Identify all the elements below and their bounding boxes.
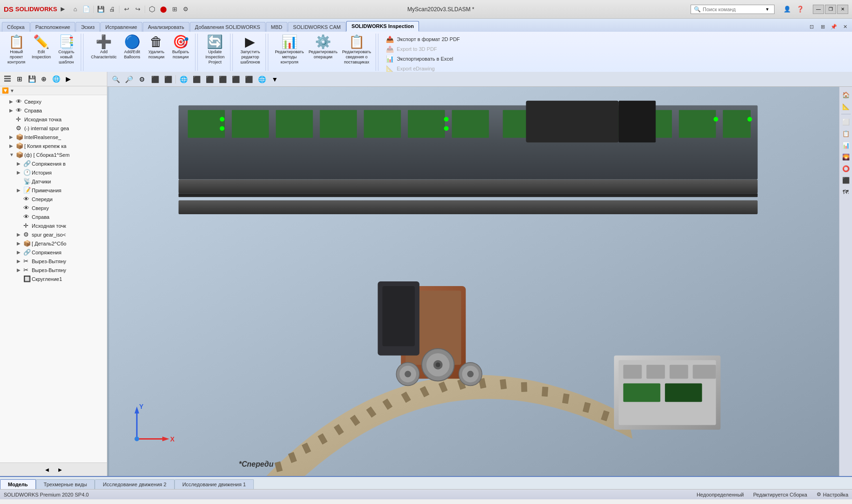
search-box[interactable]: 🔍 ▼ <box>691 5 775 14</box>
expand-icon[interactable]: ▶ <box>9 134 16 140</box>
close-button[interactable]: ✕ <box>837 5 848 14</box>
select-positions-button[interactable]: 🎯 Выбратьпозиции <box>169 34 192 62</box>
export-3d-pdf-button[interactable]: 📤 Export to 3D PDF <box>382 44 440 54</box>
tree-item-spectredi[interactable]: 👁 Спереди <box>0 195 107 203</box>
undo-button[interactable]: ↩ <box>121 4 132 14</box>
help-icon[interactable]: ❓ <box>795 4 805 14</box>
view-top-btn[interactable]: 📋 <box>841 128 851 139</box>
restore-button[interactable]: ❐ <box>825 5 836 14</box>
tab-3d-views[interactable]: Трехмерные виды <box>36 479 95 489</box>
edit-inspection-button[interactable]: ✏️ EditInspection <box>29 34 54 62</box>
save-button[interactable]: 💾 <box>96 4 106 14</box>
tree-item-fillet[interactable]: 🔲 Скругление1 <box>0 274 107 283</box>
search-input[interactable] <box>703 7 763 12</box>
pin-ribbon-icon[interactable]: 📌 <box>829 21 839 32</box>
view-tool-8[interactable]: ⬛ <box>204 74 215 85</box>
edit-operations-button[interactable]: ⚙️ Редактироватьоперации <box>307 34 339 62</box>
user-icon[interactable]: 👤 <box>782 4 792 14</box>
render-btn[interactable]: ⭕ <box>841 163 851 174</box>
tab-cam[interactable]: SOLIDWORKS CAM <box>288 22 346 32</box>
tree-item-spur1[interactable]: ⚙ (-) internal spur gea <box>0 124 107 133</box>
settings-button[interactable]: ⚙ <box>181 4 191 14</box>
expand-icon[interactable]: ▶ <box>17 188 23 193</box>
tree-item-sprava1[interactable]: ▶ 👁 Справа <box>0 106 107 115</box>
display-manager-btn[interactable]: 🌐 <box>50 73 62 84</box>
main-viewport[interactable]: 🔍 🔎 ⚙ ⬛ ⬛ 🌐 ⬛ ⬛ ⬛ ⬛ ⬛ 🌐 ▼ <box>107 72 852 476</box>
tree-item-sensors[interactable]: 📡 Датчики <box>0 177 107 186</box>
config-manager-btn[interactable]: 💾 <box>26 73 37 84</box>
tree-item-intel[interactable]: ▶ 📦 IntelRealsense_ <box>0 133 107 141</box>
tab-inspection[interactable]: SOLIDWORKS Inspection <box>346 21 419 32</box>
tab-mbd[interactable]: MBD <box>266 22 287 32</box>
scroll-left-btn[interactable]: ◀ <box>42 464 53 475</box>
view-tool-4[interactable]: ⬛ <box>149 74 161 85</box>
tree-item-sverhu2[interactable]: 👁 Сверху <box>0 203 107 212</box>
tree-item-spur2[interactable]: ▶ ⚙ spur gear_iso< <box>0 230 107 239</box>
export-excel-button[interactable]: 📊 Экспортировать в Excel <box>382 54 457 63</box>
view-tool-5[interactable]: ⬛ <box>162 74 174 85</box>
view-tool-11[interactable]: ⬛ <box>243 74 254 85</box>
view-tool-1[interactable]: 🔍 <box>110 74 121 85</box>
print-button[interactable]: 🖨 <box>107 4 117 14</box>
expand-icon[interactable]: ▶ <box>17 241 23 246</box>
minimize-button[interactable]: — <box>813 5 824 14</box>
dim-expert-btn[interactable]: ⊕ <box>38 73 49 84</box>
view-front-btn[interactable]: 📐 <box>841 101 851 112</box>
expand-icon[interactable]: ▶ <box>17 232 23 237</box>
grid-button[interactable]: ⊞ <box>169 4 180 14</box>
create-template-button[interactable]: 📑 Создатьновыйшаблон <box>55 34 78 66</box>
view-tool-9[interactable]: ⬛ <box>217 74 228 85</box>
section-view-btn[interactable]: ⬛ <box>841 175 851 185</box>
tree-item-sprava2[interactable]: 👁 Справа <box>0 212 107 221</box>
tree-item-vyrez1[interactable]: ▶ ✂ Вырез-Вытяну <box>0 257 107 266</box>
launch-editor-button[interactable]: ▶ Запуститьредакторшаблонов <box>237 34 263 66</box>
new-button[interactable]: 📄 <box>81 4 91 14</box>
expand-icon[interactable]: ▶ <box>17 161 23 166</box>
expand-icon[interactable]: ▼ <box>9 152 16 157</box>
feature-tree[interactable]: ▶ 👁 Сверху ▶ 👁 Справа ✛ Исходная точка ⚙… <box>0 95 107 462</box>
export-2d-pdf-button[interactable]: 📤 Экспорт в формат 2D PDF <box>382 35 463 44</box>
run-button[interactable]: ⬤ <box>158 4 168 14</box>
close-ribbon-icon[interactable]: ✕ <box>840 21 850 32</box>
view-home-btn[interactable]: 🏠 <box>841 90 851 100</box>
expand-icon[interactable]: ▶ <box>9 143 16 148</box>
expand-icon[interactable]: ▶ <box>17 250 23 255</box>
home-button[interactable]: ⌂ <box>70 4 80 14</box>
view-tool-3[interactable]: ⚙ <box>136 74 147 85</box>
scroll-right-btn[interactable]: ▶ <box>55 464 66 475</box>
tree-item-notes[interactable]: ▶ 📝 Примечания <box>0 186 107 195</box>
tab-sborka[interactable]: Сборка <box>2 22 30 32</box>
view-tool-13[interactable]: ▼ <box>269 74 280 85</box>
add-edit-balloons-button[interactable]: 🔵 Add/EditBalloons <box>120 34 144 62</box>
tab-eskiz[interactable]: Эскиз <box>76 22 99 32</box>
tab-model[interactable]: Модель <box>0 479 36 489</box>
tab-motion1[interactable]: Исследование движения 1 <box>175 479 254 489</box>
new-project-button[interactable]: 📋 Новыйпроектконтроля <box>5 34 28 66</box>
tab-raspolozhenie[interactable]: Расположение <box>30 22 76 32</box>
view-port-btn[interactable]: 🗺 <box>841 187 851 197</box>
tree-item-sopryazh2[interactable]: ▶ 🔗 Сопряжения <box>0 248 107 257</box>
tree-item-history[interactable]: ▶ 🕐 История <box>0 168 107 177</box>
expand-icon[interactable]: ▶ <box>9 99 16 104</box>
view-tool-12[interactable]: 🌐 <box>256 74 267 85</box>
expand-icon[interactable]: ▶ <box>17 267 23 273</box>
expand-icon[interactable]: ▶ <box>9 108 16 113</box>
view-tool-7[interactable]: ⬛ <box>191 74 202 85</box>
feature-tree-btn[interactable] <box>2 73 13 84</box>
tab-ispravlenie[interactable]: Исправление <box>100 22 142 32</box>
edit-methods-button[interactable]: 📊 Редактироватьметодыконтроля <box>273 34 306 66</box>
add-characteristic-button[interactable]: ➕ AddCharacteristic <box>88 34 119 62</box>
settings-button[interactable]: ⚙ Настройка <box>817 491 848 497</box>
expand-icon[interactable]: ▶ <box>17 259 23 264</box>
edit-suppliers-button[interactable]: 📋 Редактироватьсведения опоставщиках <box>340 34 373 66</box>
expand-ribbon-icon[interactable]: ⊞ <box>817 21 828 32</box>
update-inspection-button[interactable]: 🔄 UpdateInspectionProject <box>203 34 227 66</box>
display-settings-btn[interactable]: 📊 <box>841 140 851 150</box>
tree-item-detail2[interactable]: ▶ 📦 [ Деталь2^Сбо <box>0 239 107 248</box>
scene-bg-btn[interactable]: 🌄 <box>841 152 851 162</box>
right-arrow-btn[interactable]: ▶ <box>63 73 74 84</box>
tab-analiz[interactable]: Анализировать <box>143 22 189 32</box>
select-button[interactable]: ⬡ <box>147 4 157 14</box>
tree-item-kopiya[interactable]: ▶ 📦 [ Копия крепеж ка <box>0 141 107 150</box>
tree-item-sborka1[interactable]: ▼ 📦 (ф) [ Сборка1^Sem <box>0 150 107 159</box>
